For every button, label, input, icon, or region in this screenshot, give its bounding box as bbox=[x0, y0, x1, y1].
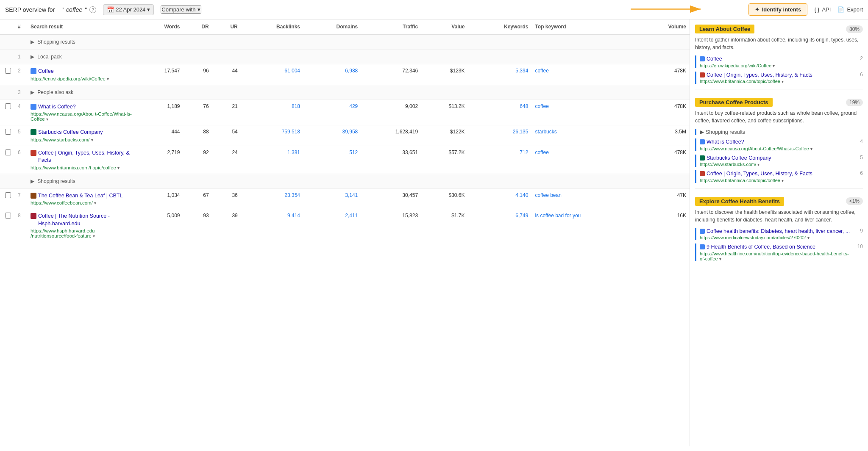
url-dropdown-icon[interactable]: ▾ bbox=[117, 166, 120, 170]
row-keywords[interactable]: 712 bbox=[468, 146, 532, 174]
row-backlinks[interactable]: 9,414 bbox=[241, 209, 303, 242]
help-icon[interactable]: ? bbox=[89, 6, 96, 13]
row-backlinks[interactable]: 1,381 bbox=[241, 146, 303, 174]
api-button[interactable]: { } API bbox=[814, 6, 831, 13]
intent-result-item: Coffee https://en.wikipedia.org/wiki/Cof… bbox=[695, 55, 863, 68]
compare-button[interactable]: Compare with ▾ bbox=[161, 6, 201, 14]
intent-url-arrow[interactable]: ▾ bbox=[757, 162, 760, 167]
row-keywords[interactable]: 26,135 bbox=[468, 125, 532, 146]
row-checkbox-cell[interactable] bbox=[0, 146, 14, 174]
favicon bbox=[31, 68, 36, 74]
result-url-link[interactable]: https://en.wikipedia.org/wiki/Coffee bbox=[31, 76, 106, 81]
row-keywords[interactable]: 6,749 bbox=[468, 209, 532, 242]
intent-url-arrow[interactable]: ▾ bbox=[807, 235, 810, 240]
shopping-expand-icon[interactable]: ▶ bbox=[700, 129, 704, 135]
url-dropdown-icon[interactable]: ▾ bbox=[94, 201, 96, 205]
intent-result-url-link[interactable]: https://en.wikipedia.org/wiki/Coffee bbox=[700, 63, 771, 68]
intent-label: Learn About Coffee bbox=[695, 25, 754, 33]
expand-icon[interactable]: ▶ bbox=[31, 89, 34, 95]
intent-pct: 19% bbox=[846, 99, 863, 106]
row-domains[interactable]: 6,988 bbox=[303, 64, 361, 85]
group-label-text: Local pack bbox=[37, 54, 61, 60]
intent-result-url-link[interactable]: https://www.starbucks.com/ bbox=[700, 162, 756, 167]
col-words: Words bbox=[137, 19, 184, 34]
url-dropdown-icon[interactable]: ▾ bbox=[93, 234, 95, 238]
expand-icon[interactable]: ▶ bbox=[31, 178, 34, 184]
row-backlinks[interactable]: 23,354 bbox=[241, 188, 303, 209]
row-keywords[interactable]: 648 bbox=[468, 100, 532, 125]
expand-icon[interactable]: ▶ bbox=[31, 39, 34, 45]
row-checkbox-cell[interactable] bbox=[0, 125, 14, 146]
result-title-link[interactable]: Coffee | Origin, Types, Uses, History, &… bbox=[31, 149, 134, 164]
result-url-link[interactable]: https://www.ncausa.org/Abou t-Coffee/Wha… bbox=[31, 111, 132, 122]
col-result: Search result bbox=[27, 19, 137, 34]
row-keywords[interactable]: 4,140 bbox=[468, 188, 532, 209]
url-dropdown-icon[interactable]: ▾ bbox=[46, 117, 48, 122]
date-picker-button[interactable]: 📅 22 Apr 2024 ▾ bbox=[103, 4, 154, 15]
intent-result-title-link[interactable]: What is Coffee? bbox=[700, 138, 854, 146]
expand-icon[interactable]: ▶ bbox=[31, 54, 34, 60]
row-checkbox[interactable] bbox=[5, 129, 11, 135]
intent-result-num: 5 bbox=[857, 155, 863, 160]
intent-url-arrow[interactable]: ▾ bbox=[810, 147, 812, 151]
intent-url-arrow[interactable]: ▾ bbox=[782, 178, 784, 183]
row-checkbox-cell[interactable] bbox=[0, 188, 14, 209]
row-checkbox[interactable] bbox=[5, 192, 11, 198]
intent-result-num: 6 bbox=[857, 170, 863, 176]
intent-url-arrow[interactable]: ▾ bbox=[773, 64, 775, 68]
intent-result-url-link[interactable]: https://www.medicalnewstoday.com/article… bbox=[700, 235, 806, 240]
row-checkbox[interactable] bbox=[5, 149, 11, 155]
result-title-link[interactable]: Coffee | The Nutrition Source - Hsph.har… bbox=[31, 213, 134, 227]
row-checkbox[interactable] bbox=[5, 103, 11, 109]
export-button[interactable]: 📄 Export bbox=[837, 6, 863, 13]
intent-result-url-link[interactable]: https://www.britannica.com/topic/coffee bbox=[700, 79, 780, 84]
intent-result-title-link[interactable]: Starbucks Coffee Company bbox=[700, 155, 854, 162]
intent-result-url-link[interactable]: https://www.britannica.com/topic/coffee bbox=[700, 178, 780, 183]
row-backlinks[interactable]: 61,004 bbox=[241, 64, 303, 85]
intent-result-title-link[interactable]: Coffee | Origin, Types, Uses, History, &… bbox=[700, 170, 854, 178]
row-domains[interactable]: 2,411 bbox=[303, 209, 361, 242]
row-domains[interactable]: 512 bbox=[303, 146, 361, 174]
intent-result-url-link[interactable]: https://www.ncausa.org/About-Coffee/What… bbox=[700, 146, 809, 151]
row-checkbox[interactable] bbox=[5, 68, 11, 74]
row-domains[interactable]: 39,958 bbox=[303, 125, 361, 146]
intent-result-title-link[interactable]: Coffee bbox=[700, 55, 854, 63]
intent-header: Explore Coffee Health Benefits <1% bbox=[695, 197, 863, 206]
row-checkbox-cell[interactable] bbox=[0, 64, 14, 85]
row-keywords[interactable]: 5,394 bbox=[468, 64, 532, 85]
row-dr: 93 bbox=[184, 209, 212, 242]
intent-result-title-link[interactable]: Coffee health benefits: Diabetes, heart … bbox=[700, 228, 854, 235]
intent-result-url-link[interactable]: https://www.healthline.com/nutrition/top… bbox=[700, 251, 849, 261]
intent-url-arrow[interactable]: ▾ bbox=[782, 79, 784, 84]
row-checkbox-cell[interactable] bbox=[0, 100, 14, 125]
row-domains[interactable]: 429 bbox=[303, 100, 361, 125]
row-value: $122K bbox=[421, 125, 468, 146]
favicon bbox=[31, 129, 36, 135]
row-backlinks[interactable]: 759,518 bbox=[241, 125, 303, 146]
result-title-link[interactable]: What is Coffee? bbox=[31, 103, 134, 111]
intent-url-arrow[interactable]: ▾ bbox=[719, 257, 721, 261]
row-checkbox[interactable] bbox=[5, 213, 11, 219]
result-url-link[interactable]: https://www.starbucks.com/ bbox=[31, 137, 89, 142]
result-url-link[interactable]: https://www.britannica.com/t opic/coffee bbox=[31, 165, 116, 170]
result-title-link[interactable]: Starbucks Coffee Company bbox=[31, 129, 134, 136]
result-url: https://www.hsph.harvard.edu /nutritions… bbox=[31, 228, 134, 238]
row-checkbox-cell[interactable] bbox=[0, 209, 14, 242]
row-backlinks[interactable]: 818 bbox=[241, 100, 303, 125]
url-dropdown-icon[interactable]: ▾ bbox=[91, 138, 93, 142]
result-url-link[interactable]: https://www.coffeebean.com/ bbox=[31, 200, 93, 205]
result-title-link[interactable]: Coffee bbox=[31, 68, 134, 75]
intent-result-title-link[interactable]: Coffee | Origin, Types, Uses, History, &… bbox=[700, 72, 854, 79]
intent-result-title-link[interactable]: 9 Health Benefits of Coffee, Based on Sc… bbox=[700, 243, 854, 251]
url-dropdown-icon[interactable]: ▾ bbox=[107, 77, 109, 81]
row-dr: 96 bbox=[184, 64, 212, 85]
row-domains[interactable]: 3,141 bbox=[303, 188, 361, 209]
row-traffic: 72,346 bbox=[361, 64, 421, 85]
intent-result-content: Coffee https://en.wikipedia.org/wiki/Cof… bbox=[700, 55, 854, 68]
result-url-link[interactable]: https://www.hsph.harvard.edu /nutritions… bbox=[31, 228, 95, 238]
identify-intents-button[interactable]: ✦ Identify intents bbox=[748, 3, 807, 16]
col-backlinks: Backlinks bbox=[241, 19, 303, 34]
result-title-link[interactable]: The Coffee Bean & Tea Leaf | CBTL bbox=[31, 192, 134, 200]
col-ur: UR bbox=[212, 19, 241, 34]
row-traffic: 15,823 bbox=[361, 209, 421, 242]
